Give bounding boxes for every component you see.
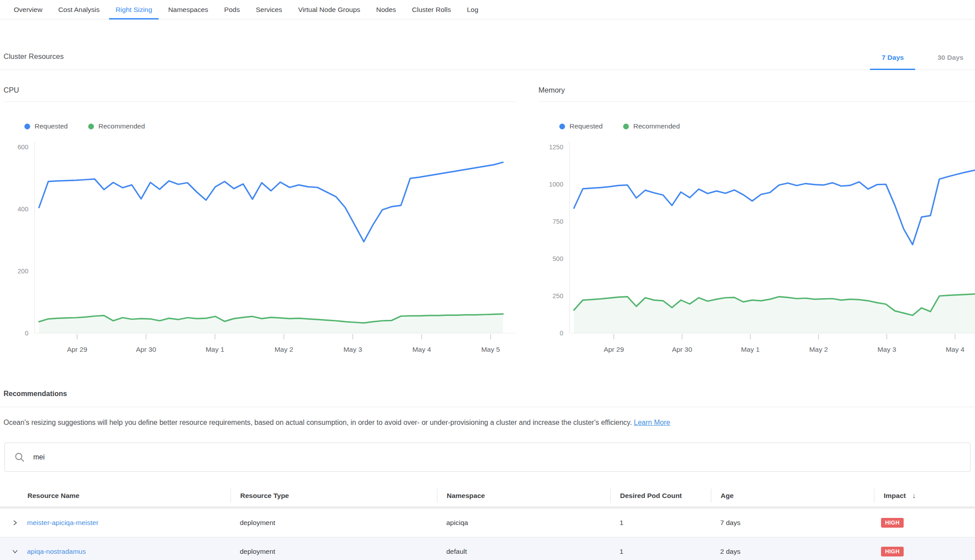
range-tab-30-days[interactable]: 30 Days bbox=[926, 54, 975, 70]
column-header-label: Desired Pod Count bbox=[620, 492, 682, 500]
x-tick-label: May 4 bbox=[412, 346, 431, 353]
column-header-age[interactable]: Age bbox=[711, 489, 874, 503]
age-cell: 7 days bbox=[711, 519, 874, 527]
resource-name-link[interactable]: meister-apiciqa-meister bbox=[27, 519, 98, 527]
memory-chart-title: Memory bbox=[538, 86, 975, 102]
x-tick-label: May 1 bbox=[741, 346, 760, 353]
table-row[interactable]: meister-apiciqa-meisterdeploymentapiciqa… bbox=[0, 509, 975, 537]
y-tick-label: 1000 bbox=[549, 181, 563, 188]
recommendations-description-text: Ocean's resizing suggestions will help y… bbox=[4, 419, 632, 426]
impact-cell: HIGH bbox=[874, 547, 975, 556]
y-tick-label: 400 bbox=[18, 206, 28, 213]
tab-right-sizing[interactable]: Right Sizing bbox=[109, 0, 159, 19]
y-tick-label: 600 bbox=[18, 144, 28, 151]
namespace-cell: default bbox=[437, 548, 610, 556]
x-tick-label: Apr 30 bbox=[672, 346, 692, 353]
range-tab-7-days[interactable]: 7 Days bbox=[870, 54, 915, 70]
cpu-chart-legend: RequestedRecommended bbox=[24, 122, 516, 130]
recommendations-table: Resource NameResource TypeNamespaceDesir… bbox=[0, 485, 975, 560]
cpu-chart-panel: CPU RequestedRecommended 6004002000Apr 2… bbox=[4, 86, 516, 357]
learn-more-link[interactable]: Learn More bbox=[634, 419, 670, 426]
legend-dot-requested bbox=[24, 124, 30, 129]
legend-item-recommended[interactable]: Recommended bbox=[623, 122, 680, 130]
column-header-label: Impact bbox=[884, 492, 906, 500]
x-tick-label: Apr 29 bbox=[67, 346, 87, 353]
series-line-requested bbox=[574, 170, 975, 245]
column-header-impact[interactable]: Impact↓ bbox=[874, 489, 975, 503]
x-tick-label: Apr 29 bbox=[604, 346, 624, 353]
resource-type-cell: deployment bbox=[230, 519, 437, 527]
table-body: meister-apiciqa-meisterdeploymentapiciqa… bbox=[0, 509, 975, 560]
series-line-requested bbox=[39, 162, 503, 241]
expand-chevron-icon[interactable] bbox=[12, 520, 18, 526]
search-input[interactable] bbox=[32, 453, 961, 462]
impact-badge: HIGH bbox=[881, 547, 904, 556]
column-header-label: Namespace bbox=[447, 492, 485, 500]
tab-cost-analysis[interactable]: Cost Analysis bbox=[52, 0, 106, 19]
table-header-row: Resource NameResource TypeNamespaceDesir… bbox=[0, 485, 975, 506]
section-title: Cluster Resources bbox=[4, 52, 64, 70]
column-header-label: Resource Type bbox=[240, 492, 289, 500]
x-tick-label: May 5 bbox=[481, 346, 500, 353]
search-icon bbox=[14, 451, 26, 463]
column-header-resource-type[interactable]: Resource Type bbox=[230, 489, 437, 503]
desired-pod-count-cell: 1 bbox=[610, 548, 711, 556]
search-bar[interactable] bbox=[4, 443, 971, 472]
impact-badge: HIGH bbox=[881, 518, 904, 528]
top-navigation: OverviewCost AnalysisRight SizingNamespa… bbox=[0, 0, 975, 19]
cpu-chart-title: CPU bbox=[4, 86, 516, 102]
y-tick-label: 0 bbox=[560, 330, 563, 337]
tab-log[interactable]: Log bbox=[460, 0, 485, 19]
legend-dot-requested bbox=[559, 124, 565, 129]
tab-nodes[interactable]: Nodes bbox=[370, 0, 403, 19]
legend-label: Recommended bbox=[98, 122, 145, 130]
y-tick-label: 500 bbox=[553, 255, 563, 262]
legend-label: Requested bbox=[35, 122, 68, 130]
y-tick-label: 250 bbox=[553, 292, 563, 299]
resource-name-cell: apiqa-nostradamus bbox=[0, 548, 230, 556]
legend-item-requested[interactable]: Requested bbox=[24, 122, 68, 130]
sort-desc-icon[interactable]: ↓ bbox=[912, 492, 916, 500]
x-tick-label: May 2 bbox=[809, 346, 828, 353]
age-cell: 2 days bbox=[711, 548, 874, 556]
y-tick-label: 1250 bbox=[549, 144, 563, 151]
x-tick-label: May 2 bbox=[274, 346, 293, 353]
tab-pods[interactable]: Pods bbox=[218, 0, 246, 19]
column-header-desired-pod-count[interactable]: Desired Pod Count bbox=[610, 489, 711, 503]
resource-name-link[interactable]: apiqa-nostradamus bbox=[27, 548, 86, 556]
y-tick-label: 750 bbox=[553, 218, 563, 225]
recommendations-title: Recommendations bbox=[4, 390, 975, 398]
tab-overview[interactable]: Overview bbox=[7, 0, 49, 19]
legend-label: Recommended bbox=[633, 122, 680, 130]
tab-services[interactable]: Services bbox=[249, 0, 289, 19]
table-row[interactable]: apiqa-nostradamusdeploymentdefault12 day… bbox=[0, 537, 975, 560]
divider bbox=[0, 407, 975, 407]
legend-item-requested[interactable]: Requested bbox=[559, 122, 603, 130]
memory-line-chart: 125010007505002500Apr 29Apr 30May 1May 2… bbox=[538, 135, 975, 355]
legend-item-recommended[interactable]: Recommended bbox=[88, 122, 145, 130]
x-tick-label: May 1 bbox=[206, 346, 224, 353]
tab-cluster-rolls[interactable]: Cluster Rolls bbox=[406, 0, 458, 19]
tab-virtual-node-groups[interactable]: Virtual Node Groups bbox=[292, 0, 367, 19]
memory-chart-legend: RequestedRecommended bbox=[559, 122, 975, 130]
desired-pod-count-cell: 1 bbox=[610, 519, 711, 527]
collapse-chevron-icon[interactable] bbox=[12, 548, 18, 555]
column-header-namespace[interactable]: Namespace bbox=[437, 489, 610, 503]
cpu-line-chart: 6004002000Apr 29Apr 30May 1May 2May 3May… bbox=[4, 135, 516, 355]
impact-cell: HIGH bbox=[874, 518, 975, 528]
resource-name-cell: meister-apiciqa-meister bbox=[0, 519, 230, 527]
recommendations-description: Ocean's resizing suggestions will help y… bbox=[4, 419, 975, 427]
legend-dot-recommended bbox=[88, 124, 94, 129]
charts-row: CPU RequestedRecommended 6004002000Apr 2… bbox=[0, 86, 975, 357]
x-tick-label: Apr 30 bbox=[136, 346, 156, 353]
x-tick-label: May 3 bbox=[343, 346, 362, 353]
column-header-resource-name[interactable]: Resource Name bbox=[0, 489, 230, 503]
legend-dot-recommended bbox=[623, 124, 629, 129]
y-tick-label: 0 bbox=[25, 330, 28, 337]
y-tick-label: 200 bbox=[18, 268, 28, 275]
column-header-label: Resource Name bbox=[27, 492, 79, 500]
namespace-cell: apiciqa bbox=[437, 519, 610, 527]
cluster-resources-header: Cluster Resources 7 Days30 Days bbox=[0, 43, 975, 70]
tab-namespaces[interactable]: Namespaces bbox=[161, 0, 214, 19]
resource-type-cell: deployment bbox=[230, 548, 437, 556]
